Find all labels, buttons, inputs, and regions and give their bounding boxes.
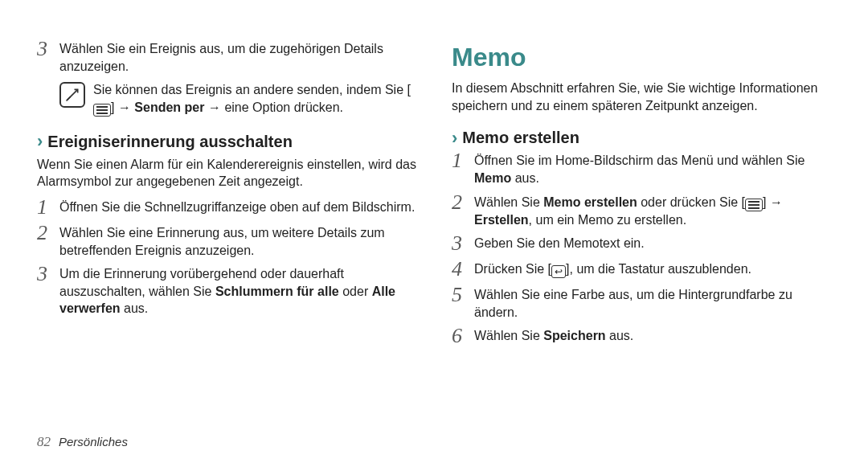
step-text: Öffnen Sie im Home-Bildschirm das Menü u…	[474, 152, 831, 186]
step-text: Geben Sie den Memotext ein.	[474, 235, 831, 252]
t-bold: Memo	[474, 171, 511, 185]
right-column: Memo In diesem Abschnitt erfahren Sie, w…	[452, 40, 831, 353]
t-bold: Schlummern für alle	[215, 285, 339, 298]
t: , um ein Memo zu erstellen.	[529, 213, 687, 227]
t: Öffnen Sie im Home-Bildschirm das Menü u…	[474, 154, 805, 167]
left-sub-step-2: 2 Wählen Sie eine Erinnerung aus, um wei…	[37, 224, 416, 259]
t: aus.	[511, 171, 539, 185]
t: oder	[339, 285, 372, 298]
t: aus.	[606, 329, 634, 342]
subheading-text: Memo erstellen	[462, 127, 579, 149]
step-text: Öffnen Sie die Schnellzugriffanzeige obe…	[59, 199, 416, 216]
step-text: Drücken Sie [↩], um die Tastatur auszubl…	[474, 260, 831, 278]
t: Drücken Sie [	[474, 262, 551, 276]
subheading-text: Ereigniserinnerung ausschalten	[47, 131, 293, 153]
right-intro: In diesem Abschnitt erfahren Sie, wie Si…	[452, 80, 831, 114]
left-step-3: 3 Wählen Sie ein Ereignis aus, um die zu…	[37, 40, 416, 75]
note-bold: Senden per	[134, 100, 204, 114]
footer-section: Persönliches	[59, 434, 128, 450]
t-bold: Erstellen	[474, 213, 529, 227]
subheading-ereigniserinnerung: › Ereigniserinnerung ausschalten	[37, 131, 416, 153]
step-number: 6	[452, 326, 474, 346]
subheading-memo-erstellen: › Memo erstellen	[452, 127, 831, 149]
back-key-icon: ↩	[551, 265, 566, 278]
note-icon	[59, 82, 85, 108]
left-intro: Wenn Sie einen Alarm für ein Kalenderere…	[37, 156, 416, 190]
step-text: Wählen Sie Memo erstellen oder drücken S…	[474, 194, 831, 229]
step-number: 3	[452, 233, 474, 254]
note-row: Sie können das Ereignis an andere senden…	[59, 81, 416, 117]
page-number: 82	[37, 433, 51, 452]
note-text: Sie können das Ereignis an andere senden…	[93, 81, 416, 117]
heading-memo: Memo	[452, 40, 831, 75]
t-bold: Memo erstellen	[543, 195, 637, 209]
step-text: Wählen Sie eine Erinnerung aus, um weite…	[59, 224, 416, 259]
page-footer: 82 Persönliches	[37, 433, 128, 452]
step-text: Wählen Sie Speichern aus.	[474, 327, 831, 345]
left-column: 3 Wählen Sie ein Ereignis aus, um die zu…	[37, 40, 416, 353]
step-number: 5	[452, 285, 474, 305]
t: ] →	[763, 195, 783, 209]
step-number: 4	[452, 259, 474, 280]
step-number: 1	[37, 197, 59, 218]
menu-key-icon	[93, 104, 111, 117]
left-sub-step-1: 1 Öffnen Sie die Schnellzugriffanzeige o…	[37, 199, 416, 218]
step-number: 3	[37, 39, 59, 59]
step-number: 3	[37, 264, 59, 285]
right-step-6: 6 Wählen Sie Speichern aus.	[452, 327, 831, 346]
t: aus.	[121, 301, 149, 315]
step-text: Um die Erinnerung vorübergehend oder dau…	[59, 265, 416, 317]
note-end: → eine Option drücken.	[204, 100, 343, 114]
t: Wählen Sie	[474, 329, 543, 342]
right-step-3: 3 Geben Sie den Memotext ein.	[452, 235, 831, 254]
menu-key-icon	[745, 199, 763, 211]
step-number: 2	[37, 223, 59, 244]
t: ], um die Tastatur auszublenden.	[566, 262, 751, 276]
step-number: 1	[452, 150, 474, 171]
left-sub-step-3: 3 Um die Erinnerung vorübergehend oder d…	[37, 265, 416, 317]
step-text: Wählen Sie ein Ereignis aus, um die zuge…	[59, 40, 416, 75]
right-step-2: 2 Wählen Sie Memo erstellen oder drücken…	[452, 194, 831, 229]
note-arrow-1: ] →	[111, 100, 134, 114]
t-bold: Speichern	[543, 329, 605, 342]
step-text: Wählen Sie eine Farbe aus, um die Hinter…	[474, 286, 831, 321]
step-number: 2	[452, 192, 474, 213]
right-step-1: 1 Öffnen Sie im Home-Bildschirm das Menü…	[452, 152, 831, 186]
chevron-icon: ›	[452, 129, 457, 147]
right-step-5: 5 Wählen Sie eine Farbe aus, um die Hint…	[452, 286, 831, 321]
t: oder drücken Sie [	[637, 195, 745, 209]
note-text-pre: Sie können das Ereignis an andere senden…	[93, 83, 411, 96]
t: Wählen Sie	[474, 195, 543, 209]
chevron-icon: ›	[37, 133, 43, 150]
right-step-4: 4 Drücken Sie [↩], um die Tastatur auszu…	[452, 260, 831, 280]
